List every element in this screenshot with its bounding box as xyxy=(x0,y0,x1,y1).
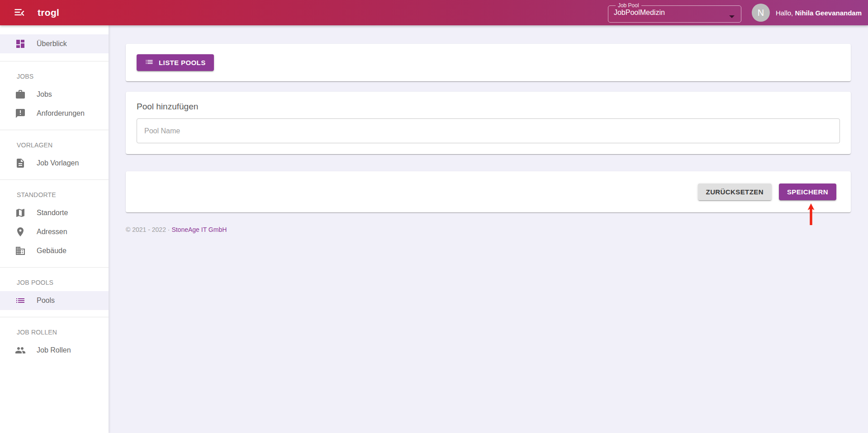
sidebar-item-label: Job Rollen xyxy=(37,346,71,354)
dropdown-arrow-icon xyxy=(729,15,735,18)
sidebar-section-standorte: STANDORTE Standorte Adressen Gebäude xyxy=(0,180,109,267)
greeting-prefix: Hallo, xyxy=(776,9,793,17)
sidebar-item-standorte[interactable]: Standorte xyxy=(0,203,109,222)
actions-card: ZURÜCKSETZEN SPEICHERN xyxy=(126,171,851,212)
form-title: Pool hinzufügen xyxy=(137,102,840,112)
sidebar-item-anforderungen[interactable]: Anforderungen xyxy=(0,104,109,123)
sidebar: Überblick JOBS Jobs Anforderungen VORLAG… xyxy=(0,25,109,433)
sidebar-item-adressen[interactable]: Adressen xyxy=(0,222,109,241)
sidebar-item-label: Adressen xyxy=(37,228,67,236)
sidebar-section-job-rollen: JOB ROLLEN Job Rollen xyxy=(0,317,109,367)
dashboard-icon xyxy=(15,38,26,49)
topbar: trogl Job Pool JobPoolMedizin N Hallo, N… xyxy=(0,0,868,25)
footer-copyright: © 2021 - 2022 · StoneAge IT GmbH xyxy=(126,226,851,233)
section-title-standorte: STANDORTE xyxy=(0,180,109,203)
save-button[interactable]: SPEICHERN xyxy=(779,184,836,200)
user-greeting: Hallo, Nihila Geevanandam xyxy=(776,9,862,17)
annotation-arrow-icon xyxy=(807,203,815,225)
sidebar-item-job-rollen[interactable]: Job Rollen xyxy=(0,341,109,360)
section-title-vorlagen: VORLAGEN xyxy=(0,130,109,154)
liste-pools-button[interactable]: LISTE POOLS xyxy=(137,54,214,71)
list-icon xyxy=(145,57,154,68)
sidebar-item-gebaeude[interactable]: Gebäude xyxy=(0,241,109,260)
briefcase-icon xyxy=(15,89,26,100)
sidebar-item-label: Jobs xyxy=(37,90,52,99)
sidebar-section-jobs: JOBS Jobs Anforderungen xyxy=(0,61,109,130)
map-icon xyxy=(15,207,26,218)
sidebar-item-label: Gebäude xyxy=(37,247,66,255)
sidebar-item-label: Standorte xyxy=(37,209,68,217)
copyright-text: © 2021 - 2022 · xyxy=(126,226,170,233)
menu-open-icon xyxy=(13,6,26,20)
announcement-icon xyxy=(15,108,26,119)
sidebar-section-job-pools: JOB POOLS Pools xyxy=(0,268,109,317)
job-pool-select-label: Job Pool xyxy=(616,3,641,8)
sidebar-item-label: Job Vorlagen xyxy=(37,159,79,167)
user-avatar: N xyxy=(752,4,770,22)
company-link[interactable]: StoneAge IT GmbH xyxy=(171,226,227,233)
pool-name-input[interactable] xyxy=(137,118,840,143)
list-icon xyxy=(15,295,26,306)
section-title-job-pools: JOB POOLS xyxy=(0,268,109,291)
sidebar-item-jobs[interactable]: Jobs xyxy=(0,85,109,104)
app-window: trogl Job Pool JobPoolMedizin N Hallo, N… xyxy=(0,0,868,433)
liste-pools-button-label: LISTE POOLS xyxy=(159,59,206,66)
toolbar-card: LISTE POOLS xyxy=(126,44,851,81)
avatar-initial: N xyxy=(758,8,764,18)
section-title-jobs: JOBS xyxy=(0,61,109,85)
section-title-job-rollen: JOB ROLLEN xyxy=(0,317,109,341)
people-icon xyxy=(15,345,26,356)
sidebar-item-ueberblick[interactable]: Überblick xyxy=(0,34,109,53)
pool-form-card: Pool hinzufügen xyxy=(126,92,851,154)
app-logo: trogl xyxy=(38,7,59,18)
building-icon xyxy=(15,245,26,256)
place-pin-icon xyxy=(15,226,26,237)
job-pool-select[interactable]: Job Pool JobPoolMedizin xyxy=(608,3,741,23)
user-name: Nihila Geevanandam xyxy=(795,9,862,17)
menu-button[interactable] xyxy=(10,3,29,22)
document-icon xyxy=(15,158,26,169)
main-content: LISTE POOLS Pool hinzufügen ZURÜCKSETZEN… xyxy=(109,25,868,433)
sidebar-item-label: Pools xyxy=(37,297,55,305)
sidebar-section-vorlagen: VORLAGEN Job Vorlagen xyxy=(0,130,109,179)
sidebar-item-label: Überblick xyxy=(37,40,67,48)
sidebar-item-job-vorlagen[interactable]: Job Vorlagen xyxy=(0,154,109,173)
reset-button[interactable]: ZURÜCKSETZEN xyxy=(698,184,772,200)
job-pool-select-value: JobPoolMedizin xyxy=(614,9,736,17)
sidebar-item-label: Anforderungen xyxy=(37,109,85,118)
sidebar-item-pools[interactable]: Pools xyxy=(0,291,109,310)
